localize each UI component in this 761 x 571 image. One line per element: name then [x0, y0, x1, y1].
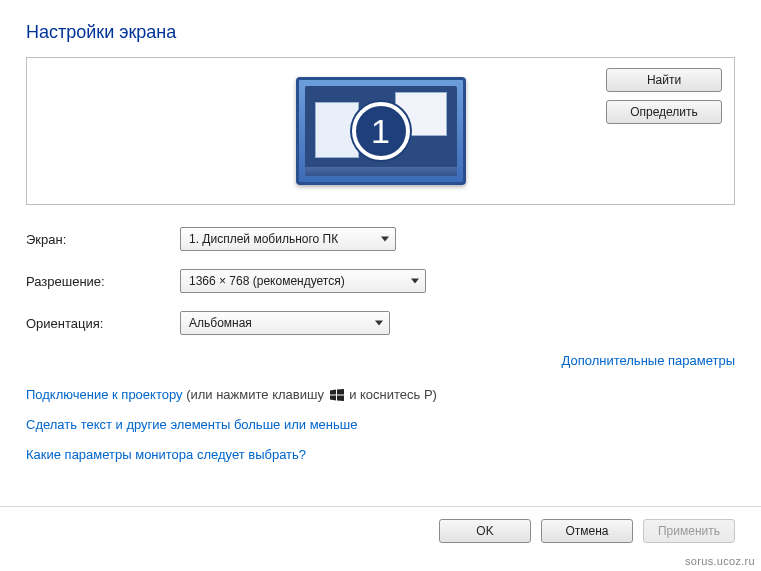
display-dropdown[interactable]: 1. Дисплей мобильного ПК [180, 227, 396, 251]
text-size-link[interactable]: Сделать текст и другие элементы больше и… [26, 417, 357, 432]
advanced-settings-link[interactable]: Дополнительные параметры [561, 353, 735, 368]
watermark: sorus.ucoz.ru [685, 555, 755, 567]
resolution-dropdown-value: 1366 × 768 (рекомендуется) [189, 274, 345, 288]
resolution-dropdown[interactable]: 1366 × 768 (рекомендуется) [180, 269, 426, 293]
projector-link[interactable]: Подключение к проектору [26, 387, 183, 402]
display-label: Экран: [26, 232, 180, 247]
projector-hint-a: (или нажмите клавишу [183, 387, 328, 402]
windows-key-icon [330, 389, 344, 401]
detect-button[interactable]: Найти [606, 68, 722, 92]
help-link[interactable]: Какие параметры монитора следует выбрать… [26, 447, 306, 462]
display-preview-panel: 1 Найти Определить [26, 57, 735, 205]
apply-button[interactable]: Применить [643, 519, 735, 543]
chevron-down-icon [381, 237, 389, 242]
orientation-dropdown-value: Альбомная [189, 316, 252, 330]
projector-hint-b: и коснитесь P) [346, 387, 437, 402]
page-title: Настройки экрана [26, 22, 735, 43]
cancel-button[interactable]: Отмена [541, 519, 633, 543]
identify-button[interactable]: Определить [606, 100, 722, 124]
resolution-label: Разрешение: [26, 274, 180, 289]
chevron-down-icon [411, 279, 419, 284]
chevron-down-icon [375, 321, 383, 326]
orientation-dropdown[interactable]: Альбомная [180, 311, 390, 335]
display-dropdown-value: 1. Дисплей мобильного ПК [189, 232, 338, 246]
monitor-number-badge: 1 [352, 102, 410, 160]
ok-button[interactable]: OK [439, 519, 531, 543]
monitor-thumbnail[interactable]: 1 [296, 77, 466, 185]
orientation-label: Ориентация: [26, 316, 180, 331]
